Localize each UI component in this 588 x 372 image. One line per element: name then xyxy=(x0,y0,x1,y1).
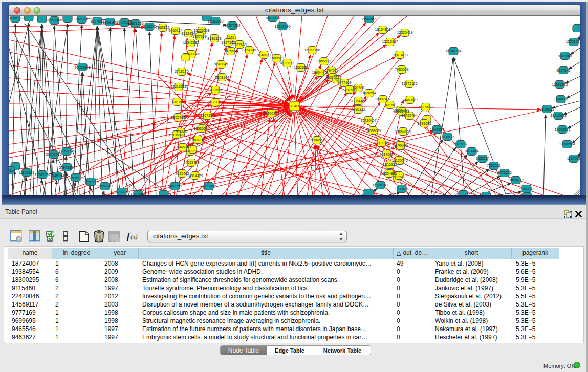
svg-text:18724007: 18724007 xyxy=(286,104,302,108)
svg-text:8471626: 8471626 xyxy=(497,171,511,174)
svg-text:1145194: 1145194 xyxy=(51,174,64,178)
svg-text:20691406: 20691406 xyxy=(46,18,62,22)
svg-text:10973493: 10973493 xyxy=(391,53,407,57)
svg-text:15692971: 15692971 xyxy=(554,128,570,132)
svg-text:2535114: 2535114 xyxy=(476,157,490,160)
svg-text:10688609: 10688609 xyxy=(365,129,381,133)
svg-text:1615132: 1615132 xyxy=(383,163,397,166)
svg-text:1640954: 1640954 xyxy=(430,128,444,132)
svg-text:9660124: 9660124 xyxy=(168,29,182,32)
svg-text:9756928: 9756928 xyxy=(393,143,407,147)
svg-text:1965498: 1965498 xyxy=(171,116,185,119)
svg-text:7955812: 7955812 xyxy=(317,59,331,63)
svg-text:7485063: 7485063 xyxy=(395,68,408,71)
svg-text:39114: 39114 xyxy=(9,169,15,172)
svg-text:887835: 887835 xyxy=(192,138,204,142)
svg-text:(x): (x) xyxy=(130,233,138,240)
svg-text:20364436: 20364436 xyxy=(350,99,366,103)
svg-text:10654112: 10654112 xyxy=(508,178,524,182)
svg-text:16210643: 16210643 xyxy=(550,114,566,117)
svg-text:14914479: 14914479 xyxy=(187,174,203,178)
svg-text:9777169: 9777169 xyxy=(337,81,351,84)
svg-text:8267150: 8267150 xyxy=(200,114,214,117)
svg-text:546: 546 xyxy=(228,36,234,39)
svg-text:9245652: 9245652 xyxy=(519,187,533,191)
svg-text:9684067: 9684067 xyxy=(379,152,393,156)
svg-text:14099489: 14099489 xyxy=(183,161,199,164)
svg-text:3624554: 3624554 xyxy=(362,91,376,95)
svg-text:16120746: 16120746 xyxy=(391,159,407,162)
svg-text:1610755: 1610755 xyxy=(170,100,184,104)
svg-text:25300275: 25300275 xyxy=(263,112,279,115)
svg-text:19384554: 19384554 xyxy=(309,138,324,142)
svg-text:8322037: 8322037 xyxy=(280,61,294,65)
svg-text:2718176: 2718176 xyxy=(175,70,188,73)
svg-text:746266: 746266 xyxy=(352,86,364,90)
svg-text:9146821: 9146821 xyxy=(257,53,271,57)
svg-text:9227341: 9227341 xyxy=(556,69,570,72)
svg-text:15136141: 15136141 xyxy=(372,183,388,187)
svg-text:3875685: 3875685 xyxy=(224,49,237,53)
svg-text:9699695: 9699695 xyxy=(417,122,431,125)
svg-text:3215935: 3215935 xyxy=(540,107,554,111)
svg-text:12325419: 12325419 xyxy=(397,31,412,34)
svg-text:19196829: 19196829 xyxy=(168,133,184,137)
svg-text:13654923: 13654923 xyxy=(395,130,410,134)
svg-text:12923446: 12923446 xyxy=(130,192,146,195)
svg-text:15720407: 15720407 xyxy=(360,119,376,122)
svg-text:18807249: 18807249 xyxy=(373,141,389,145)
svg-text:17359926: 17359926 xyxy=(58,149,74,153)
svg-text:14463627: 14463627 xyxy=(402,98,418,102)
svg-text:10958107: 10958107 xyxy=(97,184,113,188)
svg-text:19218596: 19218596 xyxy=(274,25,290,28)
svg-text:9115460: 9115460 xyxy=(419,105,433,109)
svg-text:9329966: 9329966 xyxy=(558,54,572,58)
svg-text:11156829: 11156829 xyxy=(19,171,34,174)
svg-text:17016504: 17016504 xyxy=(559,142,575,146)
svg-text:16961758: 16961758 xyxy=(304,48,320,52)
svg-text:1167533: 1167533 xyxy=(567,157,580,160)
svg-text:8454749: 8454749 xyxy=(242,48,256,52)
svg-text:16671355: 16671355 xyxy=(127,21,143,25)
svg-text:12093872: 12093872 xyxy=(552,83,568,86)
svg-text:1527602: 1527602 xyxy=(90,19,104,23)
svg-text:1588520: 1588520 xyxy=(270,56,284,60)
svg-text:12505135: 12505135 xyxy=(68,176,83,180)
svg-text:9242845: 9242845 xyxy=(214,62,228,66)
svg-text:8186328: 8186328 xyxy=(207,37,221,40)
svg-text:7663822: 7663822 xyxy=(156,26,169,29)
svg-text:16053809: 16053809 xyxy=(207,19,223,23)
svg-text:30975857: 30975857 xyxy=(59,166,75,169)
svg-text:12213967: 12213967 xyxy=(382,40,398,43)
svg-text:252254: 252254 xyxy=(391,175,403,179)
svg-text:16543382: 16543382 xyxy=(183,41,199,45)
svg-text:8938913: 8938913 xyxy=(440,135,454,139)
svg-text:9474444: 9474444 xyxy=(465,149,478,153)
svg-text:7515546: 7515546 xyxy=(142,25,156,28)
svg-text:6794024: 6794024 xyxy=(324,69,338,72)
svg-text:17357224: 17357224 xyxy=(224,24,240,27)
svg-text:1733426: 1733426 xyxy=(395,187,408,191)
svg-text:6466160: 6466160 xyxy=(103,20,117,24)
svg-text:1244415: 1244415 xyxy=(554,97,568,101)
svg-text:16782759: 16782759 xyxy=(114,190,129,194)
svg-text:3498222: 3498222 xyxy=(183,149,197,153)
svg-text:15751074: 15751074 xyxy=(565,40,580,43)
svg-text:18495794: 18495794 xyxy=(401,114,417,117)
svg-text:12942757: 12942757 xyxy=(34,173,50,177)
svg-text:8427552: 8427552 xyxy=(208,88,222,92)
svg-text:12213383: 12213383 xyxy=(170,85,186,89)
svg-text:2887682: 2887682 xyxy=(362,17,376,21)
svg-text:13226058: 13226058 xyxy=(193,29,209,32)
svg-text:10025438: 10025438 xyxy=(394,110,409,113)
svg-text:16648784: 16648784 xyxy=(445,49,461,53)
svg-text:10807487: 10807487 xyxy=(375,97,390,101)
svg-text:13716485: 13716485 xyxy=(201,184,216,188)
svg-text:12975125: 12975125 xyxy=(401,82,417,85)
svg-text:10653267: 10653267 xyxy=(74,17,90,21)
svg-text:9327509: 9327509 xyxy=(192,35,206,38)
svg-text:2367608: 2367608 xyxy=(232,43,246,47)
svg-text:13535594: 13535594 xyxy=(193,127,209,130)
svg-text:16154808: 16154808 xyxy=(375,28,390,31)
svg-text:14055717: 14055717 xyxy=(9,16,24,20)
